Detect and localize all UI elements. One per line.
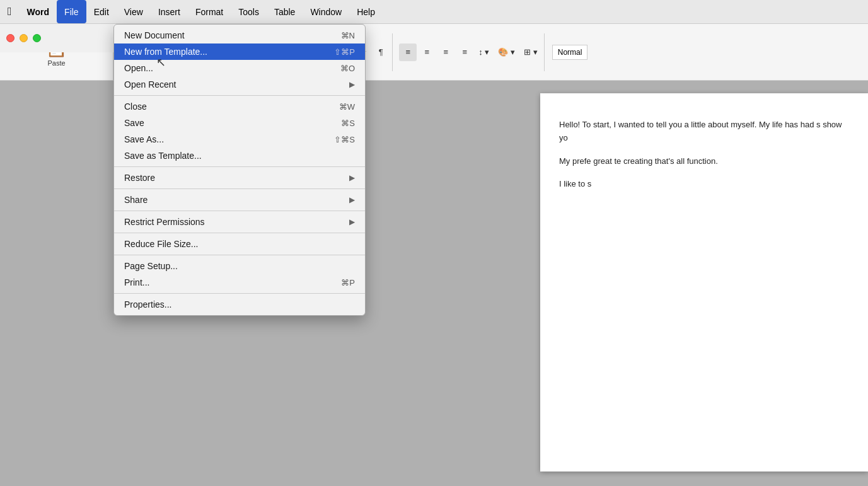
submenu-arrow-restore: ▶ (349, 173, 355, 182)
submenu-arrow-open-recent: ▶ (349, 80, 355, 89)
submenu-arrow-restrict-permissions: ▶ (349, 217, 355, 226)
menu-item-print-shortcut: ⌘P (341, 278, 355, 287)
document-page: Hello! To start, I wanted to tell you a … (540, 93, 868, 472)
menu-item-print-label: Print... (124, 277, 149, 287)
menu-item-close-label: Close (124, 101, 147, 112)
menu-item-print[interactable]: Print... ⌘P (114, 274, 365, 291)
menu-item-restrict-permissions-label: Restrict Permissions (124, 217, 205, 227)
align-left-button[interactable]: ≡ (399, 43, 417, 61)
menu-item-page-setup[interactable]: Page Setup... (114, 258, 365, 274)
separator-7 (114, 293, 365, 294)
menu-item-save[interactable]: Save ⌘S (114, 115, 365, 131)
menu-item-new-document-shortcut: ⌘N (341, 31, 355, 40)
window-chrome (0, 24, 113, 52)
file-menu-dropdown: New Document ⌘N New from Template... ⇧⌘P… (113, 24, 366, 316)
maximize-button[interactable] (33, 34, 41, 42)
menu-item-share[interactable]: Share ▶ (114, 192, 365, 208)
align-right-button[interactable]: ≡ (437, 43, 454, 61)
menu-item-open-recent[interactable]: Open Recent ▶ (114, 76, 365, 93)
menu-item-new-from-template-label: New from Template... (124, 47, 207, 57)
submenu-arrow-share: ▶ (349, 195, 355, 204)
menu-help[interactable]: Help (349, 0, 383, 23)
separator-2 (114, 166, 365, 167)
shading-button[interactable]: 🎨 ▾ (494, 43, 519, 61)
paste-label: Paste (47, 59, 65, 67)
menu-item-save-as-label: Save As... (124, 134, 164, 144)
menu-item-properties-label: Properties... (124, 299, 171, 310)
menu-item-restrict-permissions[interactable]: Restrict Permissions ▶ (114, 214, 365, 230)
minimize-button[interactable] (20, 34, 28, 42)
menu-item-save-shortcut: ⌘S (341, 119, 355, 128)
menu-edit[interactable]: Edit (86, 0, 117, 23)
menu-item-save-as-template-label: Save as Template... (124, 151, 202, 161)
doc-paragraph-3: I like to s (559, 178, 849, 191)
separator-1 (114, 95, 365, 96)
close-button[interactable] (6, 34, 14, 42)
menu-item-reduce-file-size[interactable]: Reduce File Size... (114, 236, 365, 252)
menu-bar:  Word File Edit View Insert Format Tool… (0, 0, 868, 24)
align-center-button[interactable]: ≡ (418, 43, 436, 61)
menu-format[interactable]: Format (188, 0, 231, 23)
menu-item-new-from-template-shortcut: ⇧⌘P (334, 47, 355, 57)
menu-word[interactable]: Word (20, 0, 57, 23)
apple-menu[interactable]:  (0, 0, 20, 23)
menu-item-save-as-template[interactable]: Save as Template... (114, 148, 365, 164)
menu-tools[interactable]: Tools (231, 0, 267, 23)
border-button[interactable]: ⊞ ▾ (520, 43, 541, 61)
menu-item-save-as-shortcut: ⇧⌘S (334, 135, 355, 144)
styles-section: Normal (548, 33, 592, 71)
menu-view[interactable]: View (117, 0, 151, 23)
menu-item-new-document[interactable]: New Document ⌘N (114, 27, 365, 43)
menu-item-new-from-template[interactable]: New from Template... ⇧⌘P (114, 43, 365, 60)
menu-item-close-shortcut: ⌘W (339, 102, 355, 112)
menu-item-close[interactable]: Close ⌘W (114, 98, 365, 115)
menu-window[interactable]: Window (303, 0, 349, 23)
doc-paragraph-2: My prefe great te creating that's all fu… (559, 155, 849, 168)
menu-table[interactable]: Table (267, 0, 303, 23)
menu-item-restore-label: Restore (124, 173, 155, 183)
show-formatting-button[interactable]: ¶ (372, 43, 390, 61)
menu-file[interactable]: File (57, 0, 86, 23)
menu-insert[interactable]: Insert (151, 0, 188, 23)
menu-item-new-document-label: New Document (124, 30, 185, 40)
menu-item-save-as[interactable]: Save As... ⇧⌘S (114, 131, 365, 148)
separator-6 (114, 255, 365, 255)
menu-item-page-setup-label: Page Setup... (124, 261, 178, 271)
menu-item-open-recent-label: Open Recent (124, 79, 176, 90)
align-section: ≡ ≡ ≡ ≡ ↕ ▾ 🎨 ▾ ⊞ ▾ (396, 33, 544, 71)
separator-3 (114, 188, 365, 189)
doc-paragraph-1: Hello! To start, I wanted to tell you a … (559, 119, 849, 145)
menu-item-open-shortcut: ⌘O (340, 64, 355, 73)
line-spacing-button[interactable]: ↕ ▾ (475, 43, 493, 61)
menu-item-share-label: Share (124, 195, 148, 205)
align-justify-button[interactable]: ≡ (456, 43, 473, 61)
separator-4 (114, 211, 365, 211)
menu-item-open-label: Open... (124, 63, 153, 73)
normal-style[interactable]: Normal (552, 45, 588, 60)
menu-item-open[interactable]: Open... ⌘O (114, 60, 365, 76)
menu-item-properties[interactable]: Properties... (114, 296, 365, 313)
menu-item-save-label: Save (124, 118, 144, 128)
menu-item-restore[interactable]: Restore ▶ (114, 170, 365, 186)
menu-item-reduce-file-size-label: Reduce File Size... (124, 239, 199, 249)
separator-5 (114, 233, 365, 233)
